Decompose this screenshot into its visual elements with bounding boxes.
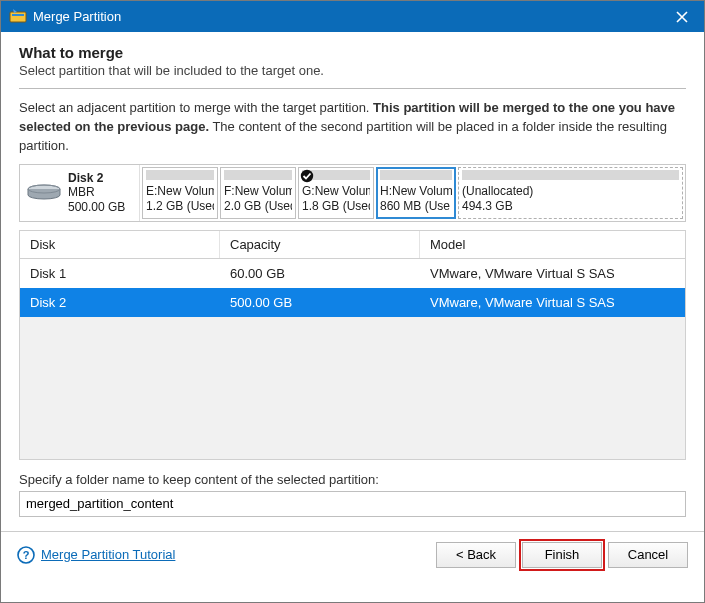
cell-capacity: 60.00 GB xyxy=(220,259,420,288)
disk-scheme: MBR xyxy=(68,185,125,199)
help-icon[interactable]: ? xyxy=(17,546,35,564)
partition-label: G:New Volum xyxy=(302,184,370,199)
partition-bar xyxy=(380,170,452,180)
finish-button[interactable]: Finish xyxy=(522,542,602,568)
folder-name-input[interactable] xyxy=(19,491,686,517)
table-row[interactable]: Disk 2500.00 GBVMware, VMware Virtual S … xyxy=(20,288,685,317)
table-header: Disk Capacity Model xyxy=(20,231,685,259)
partition-size: 2.0 GB (Used xyxy=(224,199,292,214)
cell-capacity: 500.00 GB xyxy=(220,288,420,317)
svg-point-4 xyxy=(301,169,313,181)
col-model[interactable]: Model xyxy=(420,231,685,258)
folder-label: Specify a folder name to keep content of… xyxy=(19,472,686,487)
col-disk[interactable]: Disk xyxy=(20,231,220,258)
svg-rect-0 xyxy=(10,12,26,22)
disk-info: Disk 2 MBR 500.00 GB xyxy=(20,165,140,221)
cell-model: VMware, VMware Virtual S SAS xyxy=(420,259,685,288)
disk-size: 500.00 GB xyxy=(68,200,125,214)
close-icon xyxy=(676,11,688,23)
partition-4[interactable]: (Unallocated)494.3 GB xyxy=(458,167,683,219)
partition-label: E:New Volum xyxy=(146,184,214,199)
partition-label: F:New Volum xyxy=(224,184,292,199)
tutorial-link[interactable]: Merge Partition Tutorial xyxy=(41,547,175,562)
cell-model: VMware, VMware Virtual S SAS xyxy=(420,288,685,317)
disk-name: Disk 2 xyxy=(68,171,125,185)
check-icon xyxy=(300,169,314,183)
disk-map: Disk 2 MBR 500.00 GB E:New Volum1.2 GB (… xyxy=(19,164,686,222)
partition-size: 860 MB (Use xyxy=(380,199,452,214)
partition-2[interactable]: G:New Volum1.8 GB (Used xyxy=(298,167,374,219)
partition-size: 1.2 GB (Used xyxy=(146,199,214,214)
col-capacity[interactable]: Capacity xyxy=(220,231,420,258)
partition-size: 494.3 GB xyxy=(462,199,679,214)
divider xyxy=(19,88,686,89)
partition-bar xyxy=(224,170,292,180)
partition-bar xyxy=(462,170,679,180)
title-bar: Merge Partition xyxy=(1,1,704,32)
partition-3[interactable]: H:New Volum860 MB (Use xyxy=(376,167,456,219)
partition-1[interactable]: F:New Volum2.0 GB (Used xyxy=(220,167,296,219)
partition-label: H:New Volum xyxy=(380,184,452,199)
cancel-button[interactable]: Cancel xyxy=(608,542,688,568)
partition-0[interactable]: E:New Volum1.2 GB (Used xyxy=(142,167,218,219)
back-button[interactable]: < Back xyxy=(436,542,516,568)
close-button[interactable] xyxy=(659,3,704,31)
instruction-text: Select an adjacent partition to merge wi… xyxy=(19,99,686,156)
svg-text:?: ? xyxy=(23,549,30,561)
page-heading: What to merge xyxy=(19,44,686,61)
table-row[interactable]: Disk 160.00 GBVMware, VMware Virtual S S… xyxy=(20,259,685,288)
app-icon xyxy=(9,8,27,26)
disk-table: Disk Capacity Model Disk 160.00 GBVMware… xyxy=(19,230,686,460)
window-title: Merge Partition xyxy=(33,9,659,24)
svg-rect-1 xyxy=(12,14,24,16)
page-subheading: Select partition that will be included t… xyxy=(19,63,686,78)
footer: ? Merge Partition Tutorial < Back Finish… xyxy=(1,531,704,576)
partition-label: (Unallocated) xyxy=(462,184,679,199)
partition-size: 1.8 GB (Used xyxy=(302,199,370,214)
partition-bar xyxy=(146,170,214,180)
cell-disk: Disk 2 xyxy=(20,288,220,317)
cell-disk: Disk 1 xyxy=(20,259,220,288)
disk-icon xyxy=(26,183,62,203)
instruction-pre: Select an adjacent partition to merge wi… xyxy=(19,100,373,115)
